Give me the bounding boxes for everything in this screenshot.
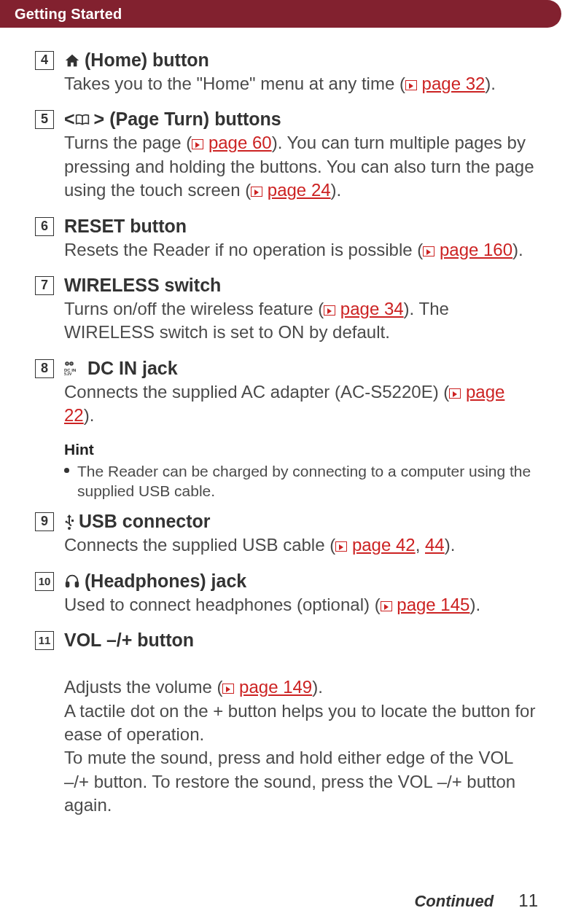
item-8: 8 DC IN5.2V DC IN jack Connects the supp… bbox=[35, 358, 538, 428]
item-4: 4 (Home) button Takes you to the "Home" … bbox=[35, 50, 538, 95]
svg-text:5.2V: 5.2V bbox=[64, 372, 72, 375]
continued-label: Continued bbox=[414, 892, 494, 910]
item-number: 10 bbox=[35, 571, 64, 591]
item-6-title: RESET button bbox=[64, 216, 538, 237]
hint-list: The Reader can be charged by connecting … bbox=[64, 461, 538, 501]
item-11: 11 VOL –/+ button Adjusts the volume ( p… bbox=[35, 630, 538, 818]
svg-point-5 bbox=[68, 527, 71, 530]
book-open-icon bbox=[75, 113, 90, 126]
item-9: 9 USB connector Connects the supplied US… bbox=[35, 511, 538, 557]
item-9-desc: Connects the supplied USB cable ( page 4… bbox=[64, 533, 538, 557]
item-7: 7 WIRELESS switch Turns on/off the wirel… bbox=[35, 275, 538, 345]
link-page-34[interactable]: page 34 bbox=[340, 299, 404, 318]
item-6: 6 RESET button Resets the Reader if no o… bbox=[35, 216, 538, 262]
item-11-title: VOL –/+ button bbox=[64, 630, 538, 651]
link-page-145[interactable]: page 145 bbox=[397, 595, 469, 614]
ref-icon bbox=[192, 139, 203, 149]
link-page-32[interactable]: page 32 bbox=[422, 74, 486, 93]
item-9-title: USB connector bbox=[64, 511, 538, 532]
ref-icon bbox=[335, 541, 347, 552]
item-5-title: < > (Page Turn) buttons bbox=[64, 109, 538, 130]
headphones-icon bbox=[64, 573, 80, 589]
link-page-60[interactable]: page 60 bbox=[208, 133, 272, 152]
item-number: 7 bbox=[35, 275, 64, 295]
ref-icon bbox=[449, 388, 461, 399]
item-4-desc: Takes you to the "Home" menu at any time… bbox=[64, 72, 538, 95]
ref-icon bbox=[222, 684, 234, 694]
item-5-desc: Turns the page ( page 60). You can turn … bbox=[64, 131, 538, 202]
svg-rect-8 bbox=[66, 582, 69, 587]
ref-icon bbox=[324, 305, 335, 316]
link-page-42[interactable]: page 42 bbox=[352, 535, 416, 555]
link-page-149[interactable]: page 149 bbox=[239, 677, 312, 697]
item-5: 5 < > (Page Turn) buttons Turns the page… bbox=[35, 109, 538, 202]
ref-icon bbox=[381, 601, 392, 611]
usb-icon bbox=[64, 513, 74, 530]
item-10-desc: Used to connect headphones (optional) ( … bbox=[64, 593, 538, 616]
item-10: 10 (Headphones) jack Used to connect hea… bbox=[35, 571, 538, 616]
link-page-160[interactable]: page 160 bbox=[440, 240, 512, 259]
item-6-desc: Resets the Reader if no operation is pos… bbox=[64, 238, 538, 262]
home-icon bbox=[64, 52, 80, 68]
item-number: 5 bbox=[35, 109, 64, 129]
item-8-desc: Connects the supplied AC adapter (AC-S52… bbox=[64, 380, 538, 428]
item-7-title: WIRELESS switch bbox=[64, 275, 538, 296]
ref-icon bbox=[423, 246, 434, 257]
page-number: 11 bbox=[518, 890, 538, 910]
svg-rect-9 bbox=[76, 582, 79, 587]
page-footer: Continued 11 bbox=[414, 890, 538, 911]
dc-in-icon: DC IN5.2V bbox=[64, 361, 83, 375]
item-7-desc: Turns on/off the wireless feature ( page… bbox=[64, 297, 538, 345]
item-number: 6 bbox=[35, 216, 64, 236]
hint-item: The Reader can be charged by connecting … bbox=[64, 461, 538, 501]
item-10-title: (Headphones) jack bbox=[64, 571, 538, 592]
item-number: 4 bbox=[35, 50, 64, 70]
link-page-24[interactable]: page 24 bbox=[268, 180, 331, 200]
item-8-title: DC IN5.2V DC IN jack bbox=[64, 358, 538, 379]
page-content: 4 (Home) button Takes you to the "Home" … bbox=[0, 28, 573, 818]
item-number: 11 bbox=[35, 630, 64, 650]
link-page-44[interactable]: 44 bbox=[425, 535, 445, 555]
hint-block: Hint The Reader can be charged by connec… bbox=[64, 441, 538, 501]
header-title: Getting Started bbox=[15, 6, 122, 23]
header-bar: Getting Started bbox=[0, 0, 561, 28]
ref-icon bbox=[405, 80, 417, 90]
hint-title: Hint bbox=[64, 441, 538, 458]
item-number: 8 bbox=[35, 358, 64, 378]
item-4-title: (Home) button bbox=[64, 50, 538, 71]
ref-icon bbox=[251, 187, 262, 197]
svg-rect-6 bbox=[71, 520, 74, 522]
item-number: 9 bbox=[35, 511, 64, 531]
item-11-desc: Adjusts the volume ( page 149). A tactil… bbox=[64, 652, 538, 818]
